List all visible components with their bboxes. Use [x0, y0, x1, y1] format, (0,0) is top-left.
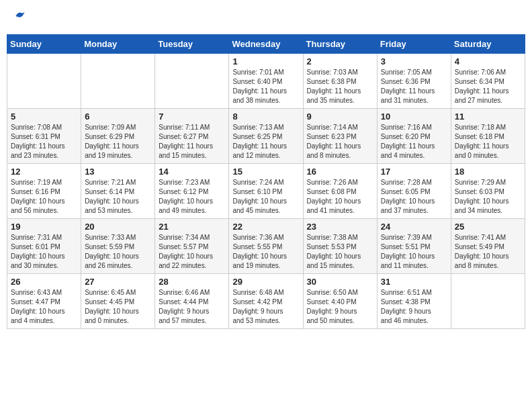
calendar-week-row: 1Sunrise: 7:01 AM Sunset: 6:40 PM Daylig… [7, 54, 525, 109]
page-header [7, 7, 525, 29]
calendar-cell: 4Sunrise: 7:06 AM Sunset: 6:34 PM Daylig… [451, 54, 525, 109]
calendar-cell: 22Sunrise: 7:36 AM Sunset: 5:55 PM Dayli… [229, 219, 303, 274]
calendar-cell: 17Sunrise: 7:28 AM Sunset: 6:05 PM Dayli… [377, 164, 451, 219]
day-number: 30 [307, 277, 373, 287]
day-info: Sunrise: 7:39 AM Sunset: 5:51 PM Dayligh… [381, 233, 447, 271]
calendar-cell: 1Sunrise: 7:01 AM Sunset: 6:40 PM Daylig… [229, 54, 303, 109]
day-number: 14 [159, 167, 225, 177]
weekday-header: Friday [377, 35, 451, 54]
calendar-cell: 29Sunrise: 6:48 AM Sunset: 4:42 PM Dayli… [229, 274, 303, 329]
day-number: 4 [455, 56, 521, 66]
day-info: Sunrise: 7:06 AM Sunset: 6:34 PM Dayligh… [455, 68, 521, 105]
day-info: Sunrise: 7:16 AM Sunset: 6:20 PM Dayligh… [381, 123, 447, 161]
calendar-cell [81, 54, 155, 109]
calendar-cell: 20Sunrise: 7:33 AM Sunset: 5:59 PM Dayli… [81, 219, 155, 274]
weekday-header: Sunday [7, 35, 81, 54]
calendar-cell: 6Sunrise: 7:09 AM Sunset: 6:29 PM Daylig… [81, 109, 155, 164]
day-number: 29 [232, 277, 299, 287]
weekday-header: Saturday [451, 35, 525, 54]
weekday-header: Tuesday [155, 35, 229, 54]
calendar-cell [451, 274, 525, 329]
calendar-cell [155, 54, 229, 109]
calendar-cell: 12Sunrise: 7:19 AM Sunset: 6:16 PM Dayli… [7, 164, 81, 219]
calendar-week-row: 12Sunrise: 7:19 AM Sunset: 6:16 PM Dayli… [7, 164, 525, 219]
calendar-cell [7, 54, 81, 109]
day-info: Sunrise: 7:26 AM Sunset: 6:08 PM Dayligh… [307, 178, 373, 216]
day-number: 12 [11, 167, 77, 177]
logo [12, 9, 27, 26]
calendar-cell: 8Sunrise: 7:13 AM Sunset: 6:25 PM Daylig… [229, 109, 303, 164]
calendar-cell: 30Sunrise: 6:50 AM Sunset: 4:40 PM Dayli… [303, 274, 377, 329]
day-number: 23 [307, 222, 373, 232]
calendar-cell: 18Sunrise: 7:29 AM Sunset: 6:03 PM Dayli… [451, 164, 525, 219]
day-info: Sunrise: 7:23 AM Sunset: 6:12 PM Dayligh… [159, 178, 225, 216]
day-number: 20 [85, 222, 151, 232]
day-number: 2 [307, 56, 373, 66]
calendar-cell: 27Sunrise: 6:45 AM Sunset: 4:45 PM Dayli… [81, 274, 155, 329]
day-number: 21 [159, 222, 225, 232]
calendar-cell: 9Sunrise: 7:14 AM Sunset: 6:23 PM Daylig… [303, 109, 377, 164]
day-info: Sunrise: 7:18 AM Sunset: 6:18 PM Dayligh… [455, 123, 521, 161]
calendar-cell: 3Sunrise: 7:05 AM Sunset: 6:36 PM Daylig… [377, 54, 451, 109]
day-info: Sunrise: 6:51 AM Sunset: 4:38 PM Dayligh… [381, 288, 447, 326]
calendar-cell: 13Sunrise: 7:21 AM Sunset: 6:14 PM Dayli… [81, 164, 155, 219]
calendar-table: SundayMondayTuesdayWednesdayThursdayFrid… [7, 34, 525, 329]
day-number: 17 [381, 167, 447, 177]
calendar-cell: 2Sunrise: 7:03 AM Sunset: 6:38 PM Daylig… [303, 54, 377, 109]
day-number: 10 [381, 111, 447, 122]
day-info: Sunrise: 7:09 AM Sunset: 6:29 PM Dayligh… [85, 123, 151, 161]
day-info: Sunrise: 7:36 AM Sunset: 5:55 PM Dayligh… [232, 233, 299, 271]
calendar-cell: 5Sunrise: 7:08 AM Sunset: 6:31 PM Daylig… [7, 109, 81, 164]
day-info: Sunrise: 7:03 AM Sunset: 6:38 PM Dayligh… [307, 68, 373, 105]
calendar-cell: 31Sunrise: 6:51 AM Sunset: 4:38 PM Dayli… [377, 274, 451, 329]
calendar-week-row: 19Sunrise: 7:31 AM Sunset: 6:01 PM Dayli… [7, 219, 525, 274]
day-number: 5 [11, 111, 77, 122]
calendar-cell: 16Sunrise: 7:26 AM Sunset: 6:08 PM Dayli… [303, 164, 377, 219]
calendar-header-row: SundayMondayTuesdayWednesdayThursdayFrid… [7, 35, 525, 54]
day-number: 16 [307, 167, 373, 177]
day-number: 31 [381, 277, 447, 287]
calendar-cell: 21Sunrise: 7:34 AM Sunset: 5:57 PM Dayli… [155, 219, 229, 274]
day-info: Sunrise: 7:31 AM Sunset: 6:01 PM Dayligh… [11, 233, 77, 271]
day-info: Sunrise: 7:29 AM Sunset: 6:03 PM Dayligh… [455, 178, 521, 216]
day-number: 7 [159, 111, 225, 122]
day-number: 1 [232, 56, 299, 66]
day-info: Sunrise: 7:14 AM Sunset: 6:23 PM Dayligh… [307, 123, 373, 161]
weekday-header: Thursday [303, 35, 377, 54]
day-info: Sunrise: 7:24 AM Sunset: 6:10 PM Dayligh… [232, 178, 299, 216]
day-info: Sunrise: 7:34 AM Sunset: 5:57 PM Dayligh… [159, 233, 225, 271]
logo-bird-icon [13, 9, 27, 23]
day-info: Sunrise: 6:43 AM Sunset: 4:47 PM Dayligh… [11, 288, 77, 326]
day-number: 27 [85, 277, 151, 287]
calendar-week-row: 5Sunrise: 7:08 AM Sunset: 6:31 PM Daylig… [7, 109, 525, 164]
day-info: Sunrise: 7:08 AM Sunset: 6:31 PM Dayligh… [11, 123, 77, 161]
logo-text [12, 9, 27, 26]
day-info: Sunrise: 6:48 AM Sunset: 4:42 PM Dayligh… [232, 288, 299, 326]
day-number: 3 [381, 56, 447, 66]
day-number: 28 [159, 277, 225, 287]
calendar-cell: 26Sunrise: 6:43 AM Sunset: 4:47 PM Dayli… [7, 274, 81, 329]
day-number: 15 [232, 167, 299, 177]
day-number: 18 [455, 167, 521, 177]
calendar-cell: 15Sunrise: 7:24 AM Sunset: 6:10 PM Dayli… [229, 164, 303, 219]
day-info: Sunrise: 7:13 AM Sunset: 6:25 PM Dayligh… [232, 123, 299, 161]
day-number: 11 [455, 111, 521, 122]
day-number: 26 [11, 277, 77, 287]
day-number: 22 [232, 222, 299, 232]
day-number: 24 [381, 222, 447, 232]
day-number: 19 [11, 222, 77, 232]
calendar-cell: 28Sunrise: 6:46 AM Sunset: 4:44 PM Dayli… [155, 274, 229, 329]
day-number: 6 [85, 111, 151, 122]
day-info: Sunrise: 6:45 AM Sunset: 4:45 PM Dayligh… [85, 288, 151, 326]
day-info: Sunrise: 7:19 AM Sunset: 6:16 PM Dayligh… [11, 178, 77, 216]
calendar-cell: 7Sunrise: 7:11 AM Sunset: 6:27 PM Daylig… [155, 109, 229, 164]
calendar-cell: 10Sunrise: 7:16 AM Sunset: 6:20 PM Dayli… [377, 109, 451, 164]
day-info: Sunrise: 7:33 AM Sunset: 5:59 PM Dayligh… [85, 233, 151, 271]
day-number: 9 [307, 111, 373, 122]
day-info: Sunrise: 7:01 AM Sunset: 6:40 PM Dayligh… [232, 68, 299, 105]
day-info: Sunrise: 7:21 AM Sunset: 6:14 PM Dayligh… [85, 178, 151, 216]
day-number: 13 [85, 167, 151, 177]
day-number: 25 [455, 222, 521, 232]
day-info: Sunrise: 7:38 AM Sunset: 5:53 PM Dayligh… [307, 233, 373, 271]
calendar-cell: 11Sunrise: 7:18 AM Sunset: 6:18 PM Dayli… [451, 109, 525, 164]
